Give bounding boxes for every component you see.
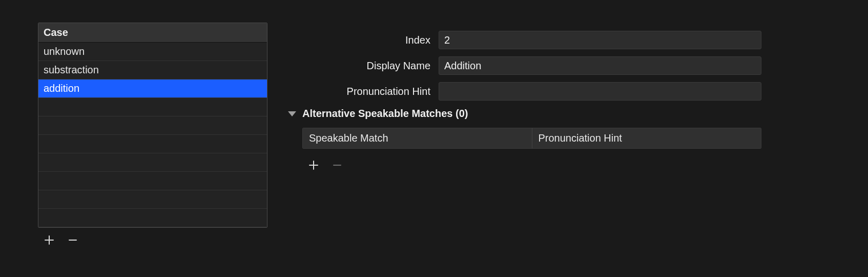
display-name-field-row: Display Name [285, 56, 761, 75]
index-field-row: Index [285, 31, 761, 49]
case-row-empty[interactable] [38, 209, 267, 227]
details-panel: Index Display Name Pronunciation Hint Al… [285, 31, 772, 172]
pronunciation-hint-label: Pronunciation Hint [285, 86, 439, 97]
speakable-match-column[interactable]: Speakable Match [303, 128, 532, 148]
index-label: Index [285, 34, 439, 46]
index-input[interactable] [439, 31, 761, 49]
alt-matches-title: Alternative Speakable Matches (0) [302, 108, 468, 120]
plus-icon [45, 235, 54, 245]
alt-matches-table-header: Speakable Match Pronunciation Hint [303, 128, 761, 148]
case-row[interactable]: substraction [38, 61, 267, 80]
case-table-footer [38, 228, 267, 247]
case-panel: Case unknownsubstractionaddition [38, 23, 267, 247]
case-remove-button[interactable] [66, 233, 80, 247]
display-name-label: Display Name [285, 60, 439, 72]
case-row-empty[interactable] [38, 135, 267, 153]
case-rows-container: unknownsubstractionaddition [38, 43, 267, 227]
case-row-empty[interactable] [38, 190, 267, 209]
minus-icon [68, 235, 77, 245]
alt-matches-footer [285, 149, 761, 172]
editor-root: Case unknownsubstractionaddition Index D… [0, 0, 868, 277]
plus-icon [309, 161, 318, 170]
disclosure-triangle-icon[interactable] [288, 111, 296, 116]
alt-matches-table[interactable]: Speakable Match Pronunciation Hint [302, 128, 761, 149]
alt-remove-button[interactable] [330, 158, 344, 172]
case-row-empty[interactable] [38, 153, 267, 172]
case-row-empty[interactable] [38, 172, 267, 190]
case-add-button[interactable] [42, 233, 56, 247]
case-table[interactable]: Case unknownsubstractionaddition [38, 23, 267, 228]
pronunciation-hint-field-row: Pronunciation Hint [285, 82, 761, 101]
display-name-input[interactable] [439, 56, 761, 75]
case-row-empty[interactable] [38, 98, 267, 116]
case-table-header[interactable]: Case [38, 23, 267, 43]
case-row-empty[interactable] [38, 116, 267, 135]
alt-matches-section-header[interactable]: Alternative Speakable Matches (0) [285, 108, 761, 120]
alt-add-button[interactable] [306, 158, 321, 172]
case-row[interactable]: unknown [38, 43, 267, 61]
minus-icon [333, 161, 342, 170]
pronunciation-hint-column[interactable]: Pronunciation Hint [532, 128, 761, 148]
case-row[interactable]: addition [38, 80, 267, 98]
pronunciation-hint-input[interactable] [439, 82, 761, 101]
